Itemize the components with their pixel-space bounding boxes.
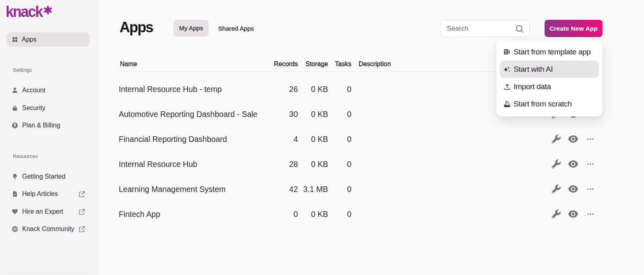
- more-options-icon[interactable]: [587, 160, 594, 168]
- sidebar-item-apps-label: Apps: [22, 36, 36, 43]
- column-header-records[interactable]: Records: [266, 60, 298, 68]
- menu-item-label: Start from template app: [514, 48, 591, 56]
- search-box[interactable]: [440, 20, 530, 37]
- column-header-tasks[interactable]: Tasks: [335, 60, 351, 68]
- create-new-app-button[interactable]: Create New App: [545, 20, 603, 37]
- knack-logo-text: knack: [6, 4, 42, 20]
- menu-item-start-from-template-app[interactable]: Start from template app: [500, 43, 599, 60]
- more-options-icon[interactable]: [587, 185, 594, 193]
- search-icon: [514, 23, 524, 35]
- view-eye-icon[interactable]: [568, 159, 578, 169]
- build-wrench-icon[interactable]: [550, 209, 561, 220]
- sidebar-item-account[interactable]: Account: [12, 86, 85, 95]
- column-header-description[interactable]: Description: [359, 60, 391, 68]
- tab-my-apps[interactable]: My Apps: [173, 20, 208, 37]
- table-row[interactable]: Learning Management System 42 3.1 MB 0: [117, 177, 599, 202]
- view-eye-icon[interactable]: [568, 209, 578, 219]
- menu-item-label: Start with AI: [514, 65, 553, 74]
- view-eye-icon[interactable]: [568, 184, 578, 194]
- sidebar-item-hire-an-expert[interactable]: Hire an Expert: [12, 207, 85, 216]
- more-options-icon[interactable]: [587, 135, 594, 143]
- search-input[interactable]: [447, 25, 511, 33]
- build-wrench-icon[interactable]: [550, 184, 561, 195]
- lightbulb-icon: [12, 173, 18, 180]
- row-actions: [117, 127, 599, 152]
- flask-icon: [504, 100, 511, 108]
- sidebar-section-settings: Settings: [13, 67, 32, 73]
- view-eye-icon[interactable]: [568, 134, 578, 144]
- sidebar-item-help-articles-label: Help Articles: [22, 190, 58, 198]
- sidebar-item-help-articles[interactable]: Help Articles: [12, 190, 85, 198]
- menu-item-label: Start from scratch: [514, 100, 572, 108]
- knack-asterisk-icon: [43, 6, 52, 15]
- sidebar-item-security[interactable]: Security: [12, 104, 85, 112]
- row-actions: [117, 152, 599, 177]
- menu-item-import-data[interactable]: Import data: [500, 78, 599, 95]
- sidebar-section-resources: Resources: [13, 153, 38, 159]
- sidebar-item-security-label: Security: [22, 104, 45, 112]
- table-row[interactable]: Financial Reporting Dashboard 4 0 KB 0: [117, 127, 599, 152]
- sidebar-item-plan-billing-label: Plan & Billing: [22, 122, 60, 129]
- build-wrench-icon[interactable]: [550, 134, 561, 145]
- menu-item-start-with-ai[interactable]: Start with AI: [500, 60, 599, 78]
- column-header-name[interactable]: Name: [120, 60, 137, 68]
- sidebar-item-account-label: Account: [22, 87, 45, 94]
- create-app-menu: Start from template app Start with AI: [496, 40, 603, 117]
- globe-icon: [12, 226, 18, 232]
- user-icon: [12, 87, 18, 94]
- apps-grid-icon: [12, 37, 17, 42]
- table-row[interactable]: Fintech App 0 0 KB 0: [117, 202, 599, 227]
- more-options-icon[interactable]: [587, 210, 594, 218]
- knack-logo[interactable]: knack: [6, 4, 52, 19]
- sidebar-item-apps[interactable]: Apps: [6, 32, 90, 47]
- sidebar-item-plan-billing[interactable]: $ Plan & Billing: [12, 121, 85, 130]
- page-title: Apps: [120, 19, 153, 35]
- upload-icon: [504, 83, 511, 90]
- table-row[interactable]: Internal Resource Hub 28 0 KB 0: [117, 152, 599, 177]
- sidebar-item-hire-an-expert-label: Hire an Expert: [22, 208, 63, 215]
- dollar-circle-icon: $: [12, 122, 18, 129]
- knack-dashboard: knack Apps Settings: [0, 0, 644, 275]
- sidebar-item-getting-started-label: Getting Started: [22, 173, 66, 180]
- sidebar-bottom-divider: [7, 273, 91, 273]
- sparkles-icon: [504, 66, 511, 73]
- column-header-storage[interactable]: Storage: [300, 60, 328, 68]
- document-icon: [12, 191, 18, 197]
- menu-item-label: Import data: [514, 82, 551, 91]
- sidebar-item-getting-started[interactable]: Getting Started: [12, 172, 85, 181]
- svg-text:$: $: [14, 123, 16, 127]
- external-link-icon: [79, 226, 85, 232]
- row-actions: [117, 202, 599, 227]
- row-actions: [117, 177, 599, 202]
- external-link-icon: [79, 191, 85, 197]
- sidebar-item-knack-community[interactable]: Knack Community: [12, 225, 85, 233]
- heart-icon: [12, 208, 18, 215]
- template-icon: [504, 48, 511, 56]
- menu-item-start-from-scratch[interactable]: Start from scratch: [500, 95, 599, 112]
- tab-shared-apps[interactable]: Shared Apps: [218, 20, 254, 37]
- sidebar-item-knack-community-label: Knack Community: [22, 225, 74, 233]
- lock-icon: [12, 105, 18, 111]
- sidebar: knack Apps Settings: [0, 0, 97, 275]
- external-link-icon: [79, 209, 85, 215]
- build-wrench-icon[interactable]: [550, 159, 561, 170]
